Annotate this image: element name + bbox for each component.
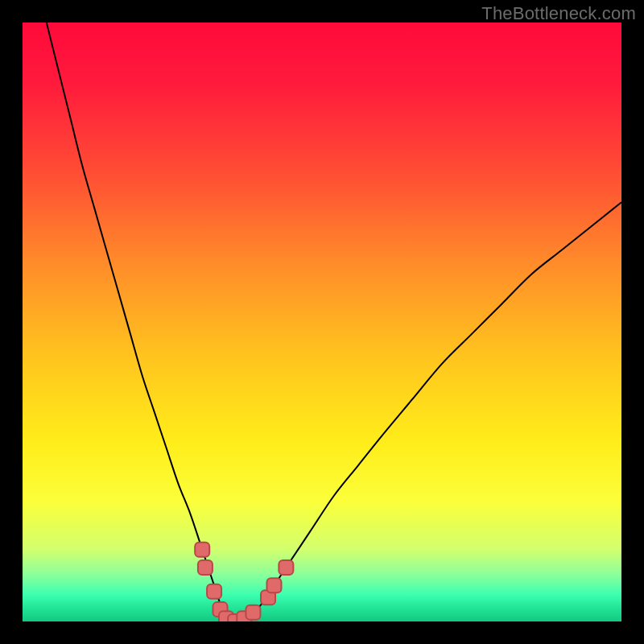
plot-area [23,23,621,621]
watermark-text: TheBottleneck.com [481,3,636,24]
chart-frame: TheBottleneck.com [0,0,644,644]
marker-point [266,578,281,592]
marker-point [246,605,260,620]
marker-point [207,584,221,599]
marker-point [279,560,293,575]
marker-point [198,560,213,575]
marker-point [195,543,209,557]
bottleneck-chart [23,23,621,621]
gradient-background [23,23,621,621]
